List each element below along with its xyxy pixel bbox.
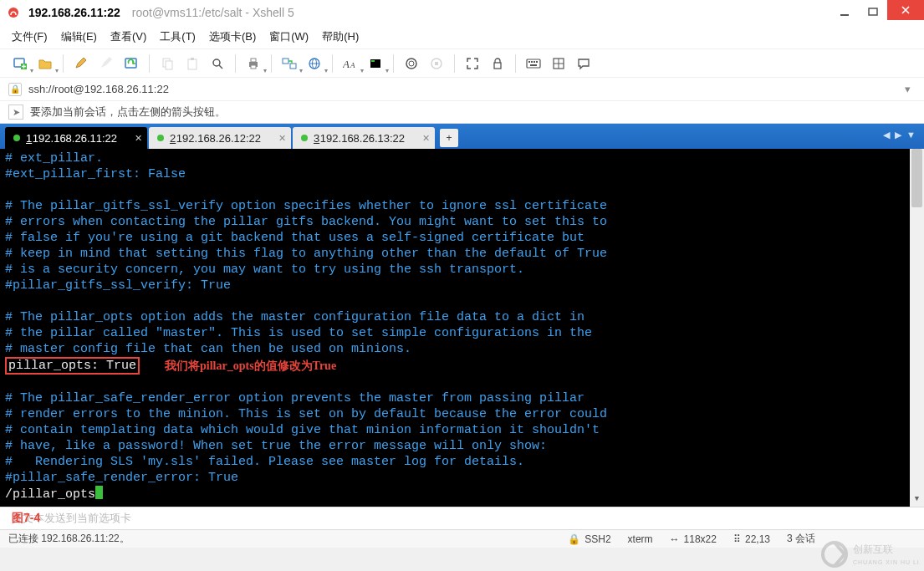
- svg-rect-14: [283, 59, 288, 64]
- print-icon[interactable]: [242, 53, 265, 74]
- tab-list-icon[interactable]: ▼: [905, 128, 917, 142]
- new-tab-button[interactable]: +: [440, 129, 458, 147]
- tab-3[interactable]: 3 192.168.26.13:22 ✕: [293, 127, 435, 149]
- svg-text:CHUANG XIN HU LIAN: CHUANG XIN HU LIAN: [853, 559, 920, 565]
- edit-icon[interactable]: [69, 53, 93, 74]
- terminal-line: # Rendering SLS 'my.sls' failed. Please …: [5, 454, 924, 470]
- terminal[interactable]: # ext_pillar. #ext_pillar_first: False #…: [0, 149, 924, 507]
- highlight-icon[interactable]: [94, 53, 118, 74]
- svg-rect-26: [527, 59, 540, 68]
- stop-script-icon[interactable]: [425, 53, 448, 74]
- close-tab-icon[interactable]: ✕: [135, 133, 142, 144]
- status-pos: ⠿22,13: [733, 533, 770, 545]
- address-url[interactable]: ssh://root@192.168.26.11:22: [28, 83, 169, 95]
- close-tab-icon[interactable]: ✕: [278, 133, 286, 144]
- terminal-line: # render errors to the minion. This is s…: [5, 406, 924, 422]
- tab-prev-icon[interactable]: ◀: [881, 128, 891, 142]
- terminal-line: [5, 293, 924, 309]
- status-dot-icon: [157, 135, 164, 141]
- add-session-arrow-icon[interactable]: ➤: [8, 105, 23, 120]
- chat-icon[interactable]: [572, 53, 595, 74]
- status-dot-icon: [301, 135, 308, 141]
- svg-rect-2: [869, 8, 877, 15]
- fullscreen-icon[interactable]: [461, 53, 484, 74]
- svg-point-10: [213, 59, 220, 66]
- close-button[interactable]: [887, 0, 924, 20]
- terminal-line: # ext_pillar.: [5, 150, 924, 166]
- send-text-bar[interactable]: 图7-4 将文本发送到当前选项卡: [0, 507, 924, 529]
- terminal-line: # is a security concern, you may want to…: [5, 262, 924, 278]
- annotation-label: 我们将pillar_opts的值修改为True: [165, 358, 336, 374]
- lock-small-icon: 🔒: [568, 533, 580, 545]
- status-dot-icon: [13, 135, 20, 141]
- menu-file[interactable]: 文件(F): [12, 29, 48, 44]
- globe-icon[interactable]: [303, 53, 326, 74]
- script-icon[interactable]: [400, 53, 423, 74]
- title-session-ip: 192.168.26.11:22: [28, 6, 120, 19]
- tabbar: 1 192.168.26.11:22 ✕ 2 192.168.26.12:22 …: [0, 124, 924, 149]
- menu-help[interactable]: 帮助(H): [322, 29, 359, 44]
- lock-icon[interactable]: [486, 53, 509, 74]
- svg-rect-28: [531, 61, 533, 63]
- paste-icon[interactable]: [181, 53, 204, 74]
- open-folder-icon[interactable]: [33, 53, 57, 74]
- terminal-line: # master config file that can then be us…: [5, 341, 924, 357]
- transfer-icon[interactable]: [278, 53, 301, 74]
- menu-tabs[interactable]: 选项卡(B): [209, 29, 256, 44]
- maximize-button[interactable]: [859, 2, 887, 22]
- titlebar: 192.168.26.11:22 root@vms11:/etc/salt - …: [0, 0, 924, 25]
- svg-rect-12: [251, 59, 256, 62]
- font-icon[interactable]: AA: [339, 53, 362, 74]
- highlighted-setting-row: pillar_opts: True 我们将pillar_opts的值修改为Tru…: [5, 357, 924, 375]
- status-protocol: 🔒SSH2: [568, 533, 610, 545]
- new-session-icon[interactable]: [8, 53, 32, 74]
- terminal-line: #pillar_gitfs_ssl_verify: True: [5, 278, 924, 293]
- terminal-line: # keep in mind that setting this flag to…: [5, 246, 924, 262]
- terminal-line: # false if you're using a git backend th…: [5, 230, 924, 246]
- terminal-search-line: /pillar_opts: [5, 486, 924, 502]
- tab-1[interactable]: 1 192.168.26.11:22 ✕: [5, 127, 147, 149]
- tab-nav: ◀ ▶ ▼: [881, 128, 917, 142]
- addressbar-lock-icon[interactable]: 🔒: [8, 83, 22, 96]
- menubar: 文件(F) 编辑(E) 查看(V) 工具(T) 选项卡(B) 窗口(W) 帮助(…: [0, 25, 924, 48]
- svg-rect-24: [435, 62, 438, 65]
- keyboard-icon[interactable]: [522, 53, 545, 74]
- figure-label: 图7-4: [12, 511, 40, 526]
- minimize-button[interactable]: [830, 2, 859, 22]
- size-icon: ↔: [670, 533, 680, 545]
- hint-text: 要添加当前会话，点击左侧的箭头按钮。: [30, 105, 226, 120]
- reconnect-icon[interactable]: [120, 53, 143, 74]
- svg-rect-15: [290, 64, 296, 69]
- menu-view[interactable]: 查看(V): [110, 29, 146, 44]
- svg-rect-8: [188, 59, 197, 69]
- terminal-line: # have, like a password! When set true t…: [5, 438, 924, 454]
- terminal-line: # The pillar_opts option adds the master…: [5, 309, 924, 325]
- window-controls: [830, 0, 924, 22]
- app-icon: [7, 6, 20, 19]
- svg-rect-7: [166, 61, 172, 69]
- terminal-line: # The pillar_gitfs_ssl_verify option spe…: [5, 198, 924, 214]
- svg-rect-9: [191, 58, 194, 60]
- menu-window[interactable]: 窗口(W): [269, 29, 309, 44]
- toolbar: AA: [0, 48, 924, 77]
- scrollbar-thumb[interactable]: [911, 149, 922, 207]
- pillar-opts-highlight: pillar_opts: True: [5, 357, 140, 375]
- svg-rect-29: [533, 61, 535, 63]
- scrollbar[interactable]: ▼: [910, 149, 924, 507]
- menu-tools[interactable]: 工具(T): [160, 29, 196, 44]
- tab-next-icon[interactable]: ▶: [893, 128, 903, 142]
- addressbar-dropdown-icon[interactable]: ▾: [900, 83, 916, 95]
- color-scheme-icon[interactable]: [364, 53, 387, 74]
- scroll-down-icon[interactable]: ▼: [910, 492, 924, 507]
- close-tab-icon[interactable]: ✕: [422, 133, 430, 144]
- svg-rect-27: [528, 61, 530, 63]
- copy-icon[interactable]: [156, 53, 179, 74]
- find-icon[interactable]: [206, 53, 229, 74]
- menu-edit[interactable]: 编辑(E): [61, 29, 97, 44]
- svg-rect-30: [536, 61, 538, 63]
- layout-icon[interactable]: [547, 53, 570, 74]
- terminal-line: # contain templating data which would gi…: [5, 422, 924, 438]
- cursor-icon: [95, 486, 103, 499]
- terminal-line: #pillar_safe_render_error: True: [5, 470, 924, 486]
- tab-2[interactable]: 2 192.168.26.12:22 ✕: [149, 127, 291, 149]
